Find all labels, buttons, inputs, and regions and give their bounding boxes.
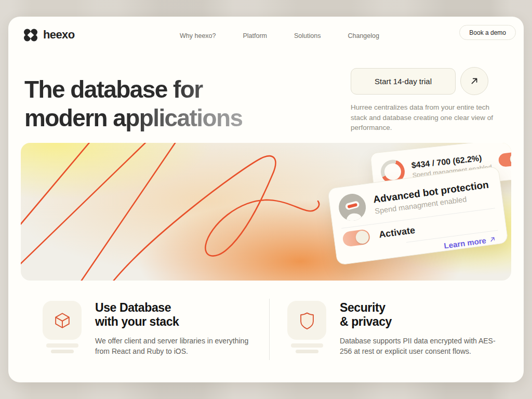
- stack-shadow-bar: [291, 343, 323, 348]
- robot-visor-icon: [344, 201, 360, 210]
- feature-title: Use Database with your stack: [95, 301, 257, 329]
- feature-icon-stack: [43, 301, 82, 360]
- cube-icon: [51, 309, 74, 332]
- heexo-logo-icon: [23, 29, 38, 42]
- feature-security-privacy: Security & privacy Database supports PII…: [269, 299, 524, 360]
- activate-toggle[interactable]: [342, 229, 370, 247]
- toggle-knob: [355, 230, 369, 244]
- stack-shadow-bar: [296, 350, 318, 353]
- arrow-up-right-icon: [489, 236, 497, 244]
- feature-text: Security & privacy Database supports PII…: [340, 301, 502, 360]
- feature-icon-tile: [287, 301, 326, 340]
- book-demo-button[interactable]: Book a demo: [459, 25, 516, 40]
- shield-icon: [296, 309, 318, 332]
- arrow-up-right-icon: [469, 75, 480, 87]
- page-card: heexo Why heexo? Platform Solutions Chan…: [8, 17, 524, 382]
- feature-icon-tile: [43, 301, 82, 340]
- robot-chin-shape: [346, 212, 363, 222]
- start-trial-button[interactable]: Start 14-day trial: [351, 68, 456, 95]
- nav-item-solutions[interactable]: Solutions: [294, 32, 321, 39]
- brand-name: heexo: [43, 28, 75, 42]
- hero-cta-block: Start 14-day trial Hurree centralizes da…: [351, 67, 507, 133]
- trial-arrow-button[interactable]: [460, 67, 488, 95]
- feature-title-line1: Security: [340, 301, 385, 314]
- feature-use-database: Use Database with your stack We offer cl…: [8, 299, 269, 360]
- feature-title-line1: Use Database: [95, 301, 171, 314]
- top-navigation: heexo Why heexo? Platform Solutions Chan…: [23, 24, 516, 48]
- nav-item-platform[interactable]: Platform: [243, 32, 267, 39]
- hero-banner: $434 / 700 (62.2%) Spend managment enabl…: [21, 143, 511, 281]
- features-section: Use Database with your stack We offer cl…: [8, 299, 524, 360]
- bot-card-titles: Advanced bot protection Spend managment …: [373, 179, 490, 215]
- feature-icon-stack: [287, 301, 326, 360]
- toggle-knob: [509, 153, 511, 165]
- hero-title-line2: modern applications: [24, 104, 242, 132]
- stack-shadow-bar: [46, 343, 78, 348]
- feature-title-line2: with your stack: [95, 315, 179, 328]
- feature-description: Database supports PII data encrypted wit…: [340, 336, 502, 356]
- feature-title: Security & privacy: [340, 301, 502, 329]
- brand-logo[interactable]: heexo: [23, 28, 75, 42]
- feature-description: We offer client and server libraries in …: [95, 336, 257, 356]
- nav-item-why-heexo[interactable]: Why heexo?: [180, 32, 216, 39]
- hero-description: Hurree centralizes data from your entire…: [351, 102, 503, 133]
- robot-avatar: [337, 192, 367, 222]
- nav-links: Why heexo? Platform Solutions Changelog: [180, 24, 379, 48]
- feature-text: Use Database with your stack We offer cl…: [95, 301, 257, 360]
- hero-title: The database for modern applications: [24, 75, 242, 132]
- activate-label: Activate: [378, 224, 416, 240]
- nav-item-changelog[interactable]: Changelog: [348, 32, 379, 39]
- hero-title-line1: The database for: [24, 75, 242, 104]
- feature-title-line2: & privacy: [340, 315, 392, 328]
- stack-shadow-bar: [51, 350, 74, 353]
- cta-row: Start 14-day trial: [351, 67, 507, 95]
- spend-toggle[interactable]: [498, 151, 511, 167]
